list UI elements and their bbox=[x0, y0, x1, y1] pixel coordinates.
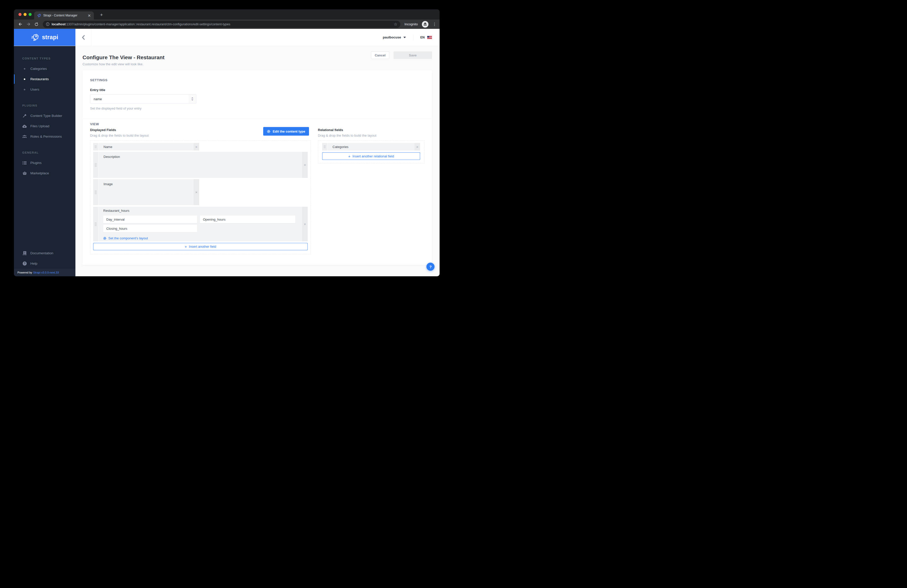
minimize-window-button[interactable] bbox=[24, 13, 27, 16]
field-row-restaurant-hours[interactable]: Restaurant_hours Day_interval Opening_ho… bbox=[93, 207, 308, 241]
relational-fields-subtitle: Drag & drop the fields to build the layo… bbox=[318, 134, 425, 138]
browser-tab[interactable]: Strapi - Content Manager ✕ bbox=[34, 11, 94, 19]
powered-by-footer: Powered by Strapi v3.0.0-next.33 bbox=[14, 269, 75, 276]
chevron-down-icon bbox=[404, 37, 406, 38]
cancel-button[interactable]: Cancel bbox=[371, 51, 389, 59]
field-row-image[interactable]: Image × bbox=[93, 179, 199, 205]
reload-icon[interactable] bbox=[33, 21, 40, 27]
entry-title-value: name bbox=[90, 95, 189, 103]
list-icon bbox=[22, 161, 27, 165]
remove-field-icon[interactable]: × bbox=[302, 152, 308, 178]
browser-window: Strapi - Content Manager ✕ + localhost:1… bbox=[14, 10, 439, 276]
subfield-closing-hours[interactable]: Closing_hours bbox=[103, 225, 197, 232]
view-section-label: VIEW bbox=[90, 122, 425, 126]
settings-section-label: SETTINGS bbox=[90, 78, 425, 82]
browser-toolbar: localhost:1337/admin/plugins/content-man… bbox=[14, 19, 439, 29]
edit-content-type-button[interactable]: Edit the content type bbox=[263, 127, 309, 136]
remove-field-icon[interactable]: × bbox=[415, 143, 420, 151]
app-header: strapi paulbocuse EN bbox=[14, 29, 439, 46]
url-text: localhost:1337/admin/plugins/content-man… bbox=[51, 22, 392, 26]
field-row-name[interactable]: Name × bbox=[93, 143, 199, 151]
entry-title-label: Entry title bbox=[90, 88, 425, 92]
displayed-fields-dropzone: Name × Description × bbox=[90, 140, 311, 254]
book-icon bbox=[22, 251, 27, 255]
sidebar-item-help[interactable]: ? Help bbox=[14, 258, 75, 269]
sidebar-item-documentation[interactable]: Documentation bbox=[14, 248, 75, 258]
entry-title-helper: Set the displayed field of your entry bbox=[90, 107, 425, 110]
main-content: Configure The View - Restaurant Customiz… bbox=[75, 46, 439, 276]
chevron-left-icon bbox=[82, 35, 85, 40]
sidebar-item-users[interactable]: Users bbox=[14, 84, 75, 95]
basket-icon bbox=[22, 171, 27, 175]
insert-another-field-button[interactable]: + Insert another field bbox=[93, 243, 308, 250]
url-bar[interactable]: localhost:1337/admin/plugins/content-man… bbox=[43, 21, 401, 28]
subfield-opening-hours[interactable]: Opening_hours bbox=[200, 216, 295, 223]
settings-card: SETTINGS Entry title name Set the displa… bbox=[82, 70, 432, 265]
drag-handle-icon[interactable] bbox=[93, 179, 98, 205]
section-divider bbox=[82, 119, 432, 119]
browser-menu-icon[interactable]: ⋮ bbox=[433, 22, 437, 27]
sidebar-item-restaurants[interactable]: Restaurants bbox=[14, 74, 75, 84]
locale-label: EN bbox=[420, 36, 425, 39]
incognito-label: Incognito bbox=[404, 22, 418, 26]
plus-icon: + bbox=[348, 154, 351, 159]
field-label: Name bbox=[98, 143, 194, 151]
tab-strip: Strapi - Content Manager ✕ + bbox=[14, 10, 439, 19]
remove-field-icon[interactable]: × bbox=[194, 179, 199, 205]
set-component-layout-link[interactable]: Set the component's layout bbox=[103, 236, 302, 240]
sidebar-item-plugins[interactable]: Plugins bbox=[14, 158, 75, 168]
field-row-description[interactable]: Description × bbox=[93, 152, 308, 178]
page-subtitle: Customize how the edit view will look li… bbox=[82, 62, 432, 66]
incognito-avatar-icon[interactable] bbox=[422, 21, 428, 27]
entry-title-select[interactable]: name bbox=[90, 95, 196, 104]
drag-handle-icon[interactable] bbox=[93, 152, 98, 178]
field-row-categories[interactable]: Categories × bbox=[322, 143, 420, 151]
new-tab-icon[interactable]: + bbox=[98, 11, 105, 18]
users-icon bbox=[22, 135, 27, 138]
bookmark-star-icon[interactable]: ☆ bbox=[394, 22, 397, 27]
gear-icon bbox=[103, 237, 106, 240]
back-icon[interactable] bbox=[17, 21, 24, 27]
cloud-upload-icon bbox=[22, 125, 27, 128]
bullet-icon bbox=[24, 79, 25, 80]
insert-relational-field-button[interactable]: + Insert another relational field bbox=[322, 152, 420, 160]
sidebar-item-marketplace[interactable]: Marketplace bbox=[14, 168, 75, 178]
svg-text:?: ? bbox=[24, 262, 25, 265]
sidebar-section-content-types: CONTENT TYPES bbox=[14, 53, 75, 64]
drag-handle-icon[interactable] bbox=[93, 207, 98, 241]
gear-icon bbox=[267, 130, 270, 133]
forward-icon[interactable] bbox=[25, 21, 32, 27]
tab-close-icon[interactable]: ✕ bbox=[88, 14, 91, 18]
strapi-logo[interactable]: strapi bbox=[14, 29, 75, 46]
drag-handle-icon[interactable] bbox=[322, 143, 327, 151]
select-carets-icon bbox=[189, 95, 196, 103]
strapi-version-link[interactable]: Strapi v3.0.0-next.33 bbox=[33, 271, 59, 274]
field-label: Categories bbox=[327, 143, 415, 151]
window-controls bbox=[18, 13, 32, 16]
maximize-window-button[interactable] bbox=[29, 13, 32, 16]
back-button[interactable] bbox=[75, 29, 91, 46]
sidebar-item-content-type-builder[interactable]: Content Type Builder bbox=[14, 111, 75, 121]
remove-field-icon[interactable]: × bbox=[194, 143, 199, 151]
remove-field-icon[interactable]: × bbox=[302, 207, 308, 241]
tab-title: Strapi - Content Manager bbox=[43, 14, 85, 17]
field-label: Description bbox=[98, 152, 302, 178]
sidebar-item-categories[interactable]: Categories bbox=[14, 64, 75, 74]
user-menu[interactable]: paulbocuse bbox=[383, 35, 405, 39]
drag-handle-icon[interactable] bbox=[93, 143, 98, 151]
save-button[interactable]: Save bbox=[394, 51, 432, 59]
help-fab-button[interactable]: ? bbox=[426, 263, 434, 271]
relational-fields-dropzone: Categories × + Insert another relational… bbox=[318, 140, 425, 163]
close-window-button[interactable] bbox=[18, 13, 21, 16]
sidebar-section-plugins: PLUGINS bbox=[14, 100, 75, 111]
sidebar-item-files-upload[interactable]: Files Upload bbox=[14, 121, 75, 131]
strapi-rocket-icon bbox=[31, 33, 40, 42]
plus-icon: + bbox=[185, 244, 187, 249]
us-flag-icon[interactable] bbox=[427, 36, 432, 39]
sidebar-item-roles-permissions[interactable]: Roles & Permissions bbox=[14, 131, 75, 142]
subfield-day-interval[interactable]: Day_interval bbox=[103, 216, 197, 223]
relational-fields-title: Relational fields bbox=[318, 128, 425, 132]
paintbrush-icon bbox=[22, 114, 27, 118]
site-info-icon[interactable] bbox=[46, 22, 50, 26]
sidebar-section-general: GENERAL bbox=[14, 147, 75, 158]
